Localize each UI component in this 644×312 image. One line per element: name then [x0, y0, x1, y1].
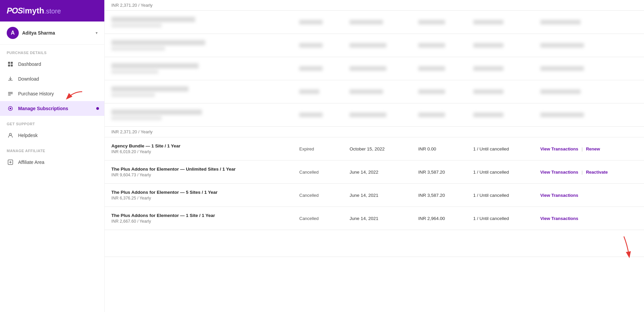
partial-mid-price: INR 2,371.20 / Yearly	[105, 127, 292, 137]
billing-cell-2: 1 / Until cancelled	[467, 184, 534, 207]
blurred-action-1	[534, 11, 644, 34]
view-transactions-link-1[interactable]: View Transactions	[540, 170, 578, 175]
product-cell-3: The Plus Addons for Elementor — 1 Site /…	[105, 207, 292, 230]
action-cell-1: View Transactions | Reactivate	[534, 161, 644, 184]
product-name-3: The Plus Addons for Elementor — 1 Site /…	[111, 213, 286, 218]
user-profile[interactable]: A Aditya Sharma ▾	[0, 21, 104, 45]
partial-billing-cell	[467, 0, 534, 11]
billing-0: 1 / Until cancelled	[473, 146, 509, 151]
blurred-amount-4	[412, 80, 467, 103]
partial-amount-cell	[412, 0, 467, 11]
blurred-row-5	[105, 103, 644, 127]
partial-mid-status	[292, 127, 343, 137]
date-1: June 14, 2022	[350, 170, 378, 175]
table-row-empty	[105, 230, 644, 257]
blurred-billing-1	[467, 11, 534, 34]
view-transactions-link-0[interactable]: View Transactions	[540, 146, 578, 151]
view-transactions-link-3[interactable]: View Transactions	[540, 216, 578, 221]
blurred-amount-1	[412, 11, 467, 34]
product-cell-2: The Plus Addons for Elementor — 5 Sites …	[105, 184, 292, 207]
subscriptions-table: INR 2,371.20 / Yearly	[105, 0, 644, 257]
status-cell-2: Cancelled	[292, 184, 343, 207]
date-cell-3: June 14, 2021	[343, 207, 412, 230]
blurred-product-3	[105, 57, 292, 80]
partial-product-cell: INR 2,371.20 / Yearly	[105, 0, 292, 11]
blurred-row-4	[105, 80, 644, 103]
empty-cell	[105, 230, 644, 257]
blurred-product-2	[105, 34, 292, 57]
product-price-1: INR 9,604.73 / Yearly	[111, 173, 151, 177]
helpdesk-icon	[7, 132, 14, 139]
product-price-2: INR 6,376.25 / Yearly	[111, 196, 151, 200]
sidebar-item-download-label: Download	[18, 76, 39, 82]
blurred-product-5	[105, 103, 292, 127]
svg-point-8	[10, 108, 11, 109]
sidebar-item-helpdesk-label: Helpdesk	[18, 133, 38, 138]
brand-logo: POS I myth .store	[7, 6, 61, 15]
billing-cell-1: 1 / Until cancelled	[467, 161, 534, 184]
date-cell-2: June 14, 2021	[343, 184, 412, 207]
billing-1: 1 / Until cancelled	[473, 170, 509, 175]
action-sep-1: |	[582, 170, 583, 175]
blurred-status-4	[292, 80, 343, 103]
svg-rect-5	[8, 93, 13, 94]
sidebar-item-affiliate-area[interactable]: Affiliate Area	[0, 155, 104, 170]
product-name-2: The Plus Addons for Elementor — 5 Sites …	[111, 190, 286, 195]
date-cell-0: October 15, 2022	[343, 137, 412, 161]
amount-cell-3: INR 2,964.00	[412, 207, 467, 230]
partial-mid-date	[343, 127, 412, 137]
billing-3: 1 / Until cancelled	[473, 216, 509, 221]
sidebar-item-dashboard[interactable]: Dashboard	[0, 57, 104, 72]
reactivate-link-1[interactable]: Reactivate	[586, 170, 608, 175]
status-cell-3: Cancelled	[292, 207, 343, 230]
blurred-product-1	[105, 11, 292, 34]
sidebar-item-dashboard-label: Dashboard	[18, 61, 41, 67]
product-name-0: Agency Bundle — 1 Site / 1 Year	[111, 143, 286, 148]
view-transactions-link-2[interactable]: View Transactions	[540, 193, 578, 198]
blurred-amount-2	[412, 34, 467, 57]
blurred-status-3	[292, 57, 343, 80]
sidebar-item-helpdesk[interactable]: Helpdesk	[0, 128, 104, 143]
blurred-date-4	[343, 80, 412, 103]
main-content: INR 2,371.20 / Yearly	[105, 0, 644, 312]
amount-3: INR 2,964.00	[418, 216, 445, 221]
blurred-product-4	[105, 80, 292, 103]
blurred-billing-4	[467, 80, 534, 103]
date-2: June 14, 2021	[350, 193, 378, 198]
dashboard-icon	[7, 60, 14, 68]
renew-link-0[interactable]: Renew	[586, 146, 600, 151]
logo-separator: I	[23, 6, 25, 15]
status-cell-0: Expired	[292, 137, 343, 161]
product-cell-0: Agency Bundle — 1 Site / 1 Year INR 6,01…	[105, 137, 292, 161]
logo-imyth: myth	[25, 6, 44, 15]
sidebar-item-manage-subscriptions[interactable]: Manage Subscriptions	[0, 101, 104, 116]
history-icon	[7, 90, 14, 97]
active-indicator	[96, 107, 99, 110]
status-cell-1: Cancelled	[292, 161, 343, 184]
partial-row-top: INR 2,371.20 / Yearly	[105, 0, 644, 11]
table-row-3: The Plus Addons for Elementor — 1 Site /…	[105, 207, 644, 230]
svg-rect-0	[8, 62, 10, 64]
status-2: Cancelled	[299, 193, 319, 198]
action-cell-0: View Transactions | Renew	[534, 137, 644, 161]
blurred-billing-5	[467, 103, 534, 127]
blurred-row-3	[105, 57, 644, 80]
partial-mid-billing	[467, 127, 534, 137]
affiliate-icon	[7, 159, 14, 166]
blurred-action-4	[534, 80, 644, 103]
sidebar-item-affiliate-label: Affiliate Area	[18, 160, 44, 165]
sidebar: POS I myth .store A Aditya Sharma ▾ Purc…	[0, 0, 105, 312]
partial-mid-amount	[412, 127, 467, 137]
subscriptions-icon	[7, 105, 14, 112]
sidebar-item-purchase-history[interactable]: Purchase History	[0, 86, 104, 101]
partial-date-cell	[343, 0, 412, 11]
blurred-date-1	[343, 11, 412, 34]
table-row-1: The Plus Addons for Elementor — Unlimite…	[105, 161, 644, 184]
partial-action-cell	[534, 0, 644, 11]
blurred-action-5	[534, 103, 644, 127]
section-label-affiliate: Manage Affiliate	[0, 143, 104, 155]
amount-cell-0: INR 0.00	[412, 137, 467, 161]
blurred-row-2	[105, 34, 644, 57]
sidebar-item-download[interactable]: Download	[0, 72, 104, 86]
partial-status-cell	[292, 0, 343, 11]
